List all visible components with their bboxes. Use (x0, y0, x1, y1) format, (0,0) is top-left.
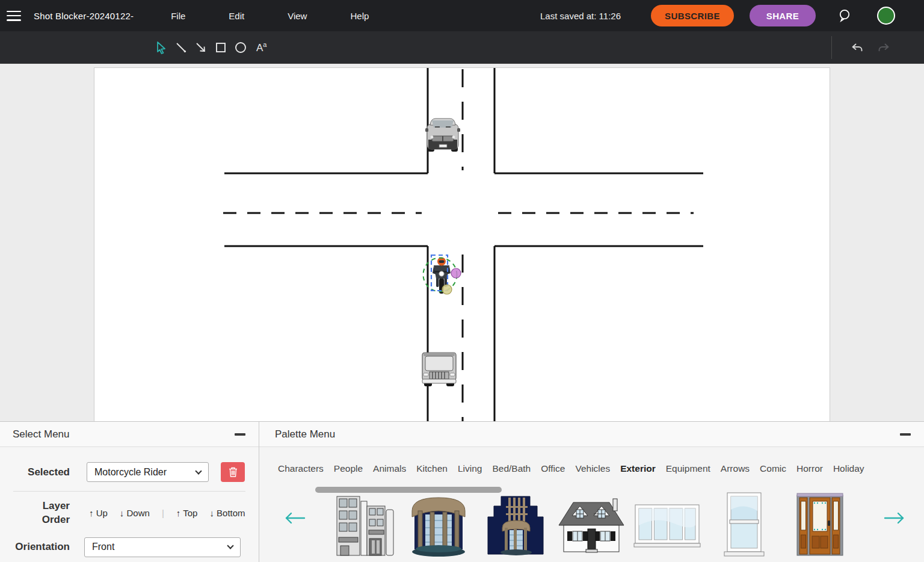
canvas[interactable] (94, 67, 830, 421)
layer-order-controls: ↑ Up ↓ Down | ↑ Top ↓ Bottom (89, 508, 245, 518)
tab-horror[interactable]: Horror (796, 463, 823, 474)
tab-kitchen[interactable]: Kitchen (416, 463, 448, 474)
tab-bedbath[interactable]: Bed/Bath (492, 463, 531, 474)
chevron-down-icon (195, 468, 202, 474)
palette-item-apartment-buildings[interactable] (328, 492, 398, 557)
palette-items-row (259, 492, 924, 562)
text-tool-icon[interactable]: Aa (256, 41, 266, 54)
tab-comic[interactable]: Comic (760, 463, 786, 474)
subscribe-button[interactable]: SUBSCRIBE (651, 5, 734, 26)
select-menu-header: Select Menu (0, 422, 259, 447)
select-menu-title: Select Menu (13, 428, 70, 440)
palette-menu-title: Palette Menu (275, 428, 335, 440)
trash-icon (229, 467, 238, 477)
menu-file[interactable]: File (171, 11, 185, 21)
last-saved-status: Last saved at: 11:26 (540, 11, 621, 21)
layer-bottom-button[interactable]: ↓ Bottom (209, 508, 245, 518)
select-menu-panel: Select Menu Selected Motorcycle Rider (0, 421, 259, 562)
next-arrow-icon[interactable] (883, 511, 906, 527)
document-title: Shot Blocker-20240122- (34, 11, 134, 21)
selected-object-dropdown[interactable]: Motorcycle Rider (87, 462, 209, 482)
palette-item-suburban-house[interactable] (556, 492, 626, 557)
palette-scrollbar[interactable] (315, 487, 502, 493)
layer-order-label: Layer Order (0, 499, 70, 527)
palette-menu-header: Palette Menu (259, 422, 924, 447)
menu-edit[interactable]: Edit (229, 11, 244, 21)
palette-item-double-hung-window[interactable] (709, 492, 779, 557)
delete-button[interactable] (221, 462, 245, 482)
tab-vehicles[interactable]: Vehicles (575, 463, 610, 474)
menu-bar: File Edit View Help (171, 11, 369, 21)
layer-down-button[interactable]: ↓ Down (120, 508, 150, 518)
tab-characters[interactable]: Characters (278, 463, 324, 474)
road-drawing (223, 68, 703, 421)
scale-handle[interactable] (442, 285, 452, 294)
select-menu-divider (13, 491, 245, 492)
prev-arrow-icon[interactable] (283, 511, 306, 527)
truck-object[interactable] (422, 353, 456, 386)
undo-icon[interactable] (850, 40, 864, 55)
layer-controls-divider: | (162, 508, 164, 518)
ellipse-tool-icon[interactable] (234, 41, 247, 54)
tab-people[interactable]: People (334, 463, 363, 474)
redo-icon[interactable] (876, 40, 891, 55)
rectangle-tool-icon[interactable] (214, 41, 227, 54)
palette-menu-panel: Palette Menu Characters People Animals K… (259, 421, 924, 562)
palette-item-round-entrance-building[interactable] (404, 492, 473, 557)
tab-office[interactable]: Office (541, 463, 565, 474)
select-tool-icon[interactable] (155, 41, 168, 54)
rotate-handle[interactable] (451, 268, 461, 278)
toolbar-divider (831, 36, 832, 59)
palette-item-wooden-front-door[interactable] (785, 492, 855, 557)
selected-label: Selected (0, 466, 70, 478)
tab-animals[interactable]: Animals (373, 463, 406, 474)
share-button[interactable]: SHARE (750, 5, 816, 26)
chevron-down-icon (227, 543, 233, 549)
workspace (0, 64, 924, 421)
minimize-icon[interactable] (235, 433, 245, 436)
top-bar: Shot Blocker-20240122- File Edit View He… (0, 0, 924, 31)
layer-top-button[interactable]: ↑ Top (176, 508, 198, 518)
van-object[interactable] (425, 119, 460, 152)
selected-object-value: Motorcycle Rider (94, 467, 167, 478)
palette-item-four-pane-window[interactable] (632, 492, 702, 557)
drawing-toolbar: Aa (0, 31, 924, 64)
avatar[interactable] (877, 7, 895, 25)
orientation-dropdown[interactable]: Front (84, 537, 241, 557)
tab-arrows[interactable]: Arrows (721, 463, 750, 474)
line-tool-icon[interactable] (174, 41, 188, 54)
orientation-label: Orientation (0, 541, 70, 553)
tab-equipment[interactable]: Equipment (666, 463, 710, 474)
tab-holiday[interactable]: Holiday (833, 463, 864, 474)
menu-view[interactable]: View (288, 11, 307, 21)
tab-exterior[interactable]: Exterior (620, 463, 656, 474)
palette-category-tabs: Characters People Animals Kitchen Living… (278, 463, 924, 474)
tab-living[interactable]: Living (458, 463, 482, 474)
menu-help[interactable]: Help (350, 11, 369, 21)
app-window: Shot Blocker-20240122- File Edit View He… (0, 0, 924, 562)
orientation-value: Front (92, 542, 114, 552)
minimize-icon[interactable] (900, 433, 911, 436)
comment-icon[interactable] (837, 8, 852, 23)
hamburger-menu-icon[interactable] (7, 11, 21, 21)
layer-up-button[interactable]: ↑ Up (89, 508, 108, 518)
arrow-tool-icon[interactable] (194, 41, 208, 54)
palette-item-art-deco-building[interactable] (481, 492, 550, 557)
